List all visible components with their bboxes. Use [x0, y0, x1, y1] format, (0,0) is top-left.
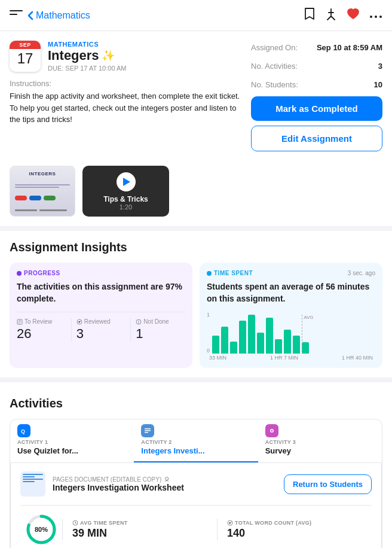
video-duration: 1:20 [120, 203, 132, 211]
sidebar-toggle-icon[interactable] [10, 10, 23, 21]
svg-point-1 [375, 16, 377, 18]
poster-attachment[interactable]: INTEGERS [10, 166, 75, 217]
poster-dots [15, 196, 70, 200]
header: Mathematics [0, 0, 392, 31]
activity-detail: PAGES DOCUMENT (EDITABLE COPY) Integers … [10, 463, 382, 548]
activity-2-name: Integers Investi... [141, 446, 250, 455]
poster-inner: INTEGERS [10, 166, 75, 216]
time-timestamp: 3 sec. ago [348, 270, 375, 276]
pages-icon [141, 424, 154, 437]
word-count-col: TOTAL WORD COUNT (AVG) 140 [218, 520, 372, 540]
to-review-stat: To Review 26 [17, 318, 72, 342]
progress-card-header: PROGRESS [17, 270, 185, 276]
more-icon[interactable] [369, 11, 382, 20]
no-students-value: 10 [374, 80, 382, 89]
reviewed-stat: Reviewed 3 [76, 318, 131, 342]
svg-point-2 [379, 16, 382, 18]
bar-chart: 1 0 AVG [207, 312, 375, 354]
avg-time-col: AVG TIME SPENT 39 MIN [63, 520, 217, 540]
word-count-label: TOTAL WORD COUNT (AVG) [227, 520, 362, 526]
file-name: Integers Investigation Worksheet [53, 483, 277, 492]
activity-1-number: ACTIVITY 1 [17, 439, 127, 445]
chart-y-axis: 1 0 [207, 312, 210, 354]
insight-stats: To Review 26 Reviewed 3 [17, 312, 185, 342]
file-info: PAGES DOCUMENT (EDITABLE COPY) Integers … [53, 476, 277, 492]
bar-chart-container: 1 0 AVG [207, 312, 375, 361]
play-triangle-icon [123, 178, 130, 186]
activity-tabs: Q ACTIVITY 1 Use Quizlet for... ACTIVITY… [10, 419, 382, 463]
activity-2-number: ACTIVITY 2 [141, 439, 250, 445]
bookmark-icon[interactable] [304, 7, 316, 23]
activities-title: Activities [10, 397, 382, 410]
poster-line-2 [15, 187, 59, 188]
bar-7 [266, 318, 273, 354]
instructions-label: Instructions: [10, 79, 241, 88]
no-students-row: No. Students: 10 [251, 78, 382, 92]
time-card: TIME SPENT 3 sec. ago Students spent an … [200, 263, 382, 368]
progress-circle-wrap: 80% [20, 514, 62, 545]
activity-tab-3[interactable]: ACTIVITY 3 Survey [258, 419, 382, 462]
pin-icon[interactable] [325, 8, 337, 23]
reviewed-value: 3 [76, 326, 126, 342]
assigned-on-value: Sep 10 at 8:59 AM [317, 43, 382, 52]
to-review-label: To Review [17, 318, 66, 325]
calendar-month: SEP [10, 41, 41, 49]
activity-1-name: Use Quizlet for... [17, 446, 127, 455]
chart-labels: 33 MIN 1 HR 7 MIN 1 HR 40 MIN [207, 355, 375, 361]
activity-3-name: Survey [265, 446, 375, 455]
word-count-value: 140 [227, 527, 362, 540]
activity-tab-1[interactable]: Q ACTIVITY 1 Use Quizlet for... [10, 419, 134, 462]
instructions-text: Finish the app activity and worksheet, t… [10, 90, 241, 126]
heart-icon[interactable] [347, 8, 360, 22]
poster-bottom [15, 209, 70, 211]
insights-grid: PROGRESS The activities on this assignme… [10, 263, 382, 368]
assignment-title-area: MATHEMATICS Integers ✨ DUE: SEP 17 AT 10… [48, 41, 241, 72]
bars-area: AVG [212, 315, 375, 354]
no-activities-row: No. Activities: 3 [251, 59, 382, 73]
svg-point-15 [166, 477, 169, 480]
edit-assignment-button[interactable]: Edit Assignment [251, 126, 382, 151]
activities-section: Activities Q ACTIVITY 1 Use Quizlet for.… [0, 387, 392, 548]
activity-tabs-wrapper: Q ACTIVITY 1 Use Quizlet for... ACTIVITY… [10, 419, 382, 548]
calendar-day: 17 [10, 49, 41, 69]
video-attachment[interactable]: Tips & Tricks 1:20 [82, 166, 169, 217]
svg-rect-10 [145, 430, 151, 431]
reviewed-label: Reviewed [76, 318, 126, 325]
bar-3 [230, 342, 237, 354]
bar-5 [248, 315, 255, 354]
section-divider-2 [0, 377, 392, 382]
mark-completed-button[interactable]: Mark as Completed [251, 96, 382, 121]
not-done-value: 1 [136, 326, 185, 342]
svg-point-14 [271, 430, 272, 432]
header-actions [304, 7, 382, 23]
back-button[interactable]: Mathematics [27, 10, 90, 21]
bar-10 [293, 336, 300, 354]
svg-rect-11 [145, 432, 148, 433]
no-students-label: No. Students: [251, 80, 298, 89]
bar-2 [221, 327, 228, 354]
right-column: Assigned On: Sep 10 at 8:59 AM No. Activ… [251, 41, 382, 151]
assigned-on-row: Assigned On: Sep 10 at 8:59 AM [251, 41, 382, 54]
survey-icon [265, 424, 278, 437]
quizlet-icon: Q [17, 424, 30, 437]
assignment-header: SEP 17 MATHEMATICS Integers ✨ DUE: SEP 1… [10, 41, 241, 72]
svg-rect-9 [145, 428, 151, 430]
top-section: SEP 17 MATHEMATICS Integers ✨ DUE: SEP 1… [0, 31, 392, 161]
time-text: Students spent an average of 56 minutes … [207, 281, 375, 305]
return-to-students-button[interactable]: Return to Students [284, 474, 372, 494]
not-done-label: Not Done [136, 318, 185, 325]
no-activities-label: No. Activities: [251, 62, 298, 71]
header-left: Mathematics [10, 10, 90, 21]
insights-title: Assignment Insights [10, 240, 382, 254]
bar-8 [275, 339, 282, 354]
avg-line: AVG [302, 315, 313, 354]
section-divider-1 [0, 226, 392, 231]
left-column: SEP 17 MATHEMATICS Integers ✨ DUE: SEP 1… [10, 41, 241, 151]
play-button[interactable] [117, 172, 136, 191]
activity-tab-2[interactable]: ACTIVITY 2 Integers Investi... [134, 419, 258, 462]
avg-time-label: AVG TIME SPENT [72, 520, 207, 526]
assigned-on-label: Assigned On: [251, 43, 298, 52]
file-row: PAGES DOCUMENT (EDITABLE COPY) Integers … [20, 471, 372, 497]
poster-title: INTEGERS [15, 171, 70, 176]
progress-dot [17, 271, 22, 276]
